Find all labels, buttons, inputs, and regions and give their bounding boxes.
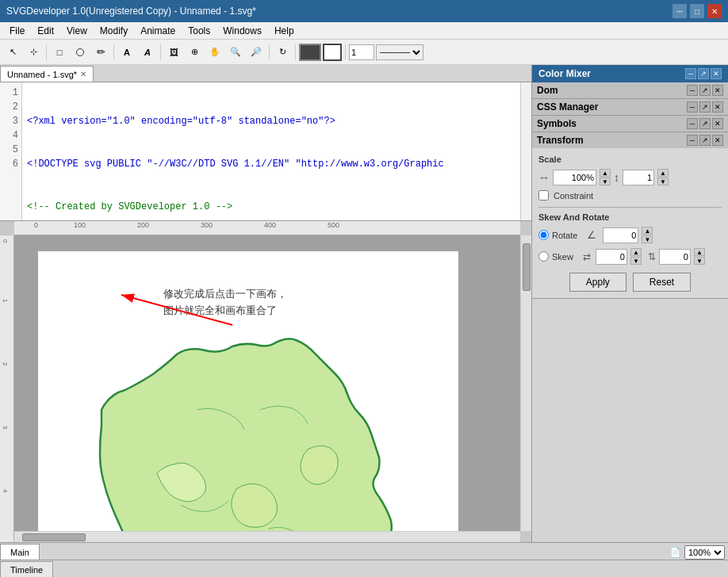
stroke-style-dropdown[interactable]: ───── - - - bbox=[376, 44, 423, 60]
transform-header[interactable]: Transform ─ ↗ ✕ bbox=[532, 132, 728, 148]
rotate-tool[interactable]: ↻ bbox=[273, 43, 292, 62]
color-mixer-close[interactable]: ✕ bbox=[711, 68, 722, 79]
canvas-area: 0 100 200 300 400 500 0 1 2 3 4 bbox=[0, 221, 531, 542]
scale-y-up[interactable]: ▲ bbox=[657, 169, 669, 177]
code-vscroll[interactable] bbox=[520, 82, 531, 220]
text-outline-tool[interactable]: A bbox=[138, 43, 157, 62]
ruler-tick-100: 100 bbox=[74, 221, 86, 229]
tab-close-icon[interactable]: ✕ bbox=[80, 70, 86, 78]
menu-tools[interactable]: Tools bbox=[182, 24, 216, 38]
skew-y-down[interactable]: ▼ bbox=[694, 257, 705, 265]
css-manager-header[interactable]: CSS Manager ─ ↗ ✕ bbox=[532, 99, 728, 115]
css-float[interactable]: ↗ bbox=[699, 101, 711, 113]
constraint-label: Constraint bbox=[554, 191, 593, 201]
menu-edit[interactable]: Edit bbox=[31, 24, 60, 38]
canvas-vscroll[interactable] bbox=[520, 235, 531, 531]
color-mixer-header: Color Mixer ─ ↗ ✕ bbox=[532, 65, 728, 82]
skew-y-up[interactable]: ▲ bbox=[694, 248, 705, 256]
skew-x-down[interactable]: ▼ bbox=[630, 257, 642, 265]
map-svg bbox=[38, 251, 458, 531]
symbols-minimize[interactable]: ─ bbox=[687, 118, 698, 129]
symbols-close[interactable]: ✕ bbox=[712, 118, 723, 129]
skew-x-up[interactable]: ▲ bbox=[630, 248, 642, 256]
node-select-tool[interactable]: ⊹ bbox=[24, 43, 43, 62]
scale-x-up[interactable]: ▲ bbox=[600, 169, 611, 177]
symbols-float[interactable]: ↗ bbox=[699, 118, 711, 129]
css-minimize[interactable]: ─ bbox=[687, 101, 698, 113]
transform-close[interactable]: ✕ bbox=[712, 135, 723, 146]
scale-x-input[interactable] bbox=[553, 170, 596, 185]
image-tool[interactable]: 🖼 bbox=[164, 43, 183, 62]
code-content[interactable]: <?xml version="1.0" encoding="utf-8" sta… bbox=[22, 82, 520, 220]
scale-x-down[interactable]: ▼ bbox=[600, 178, 611, 185]
timeline-tab-bar: Timeline bbox=[0, 560, 728, 577]
scale-y-spin: ▲ ▼ bbox=[657, 169, 669, 185]
pan-tool[interactable]: ✋ bbox=[205, 43, 224, 62]
color-mixer-minimize[interactable]: ─ bbox=[685, 68, 696, 79]
transform-minimize[interactable]: ─ bbox=[687, 135, 698, 146]
skew-y-spin: ▲ ▼ bbox=[694, 248, 705, 265]
skew-label: Skew bbox=[552, 252, 573, 262]
hscroll-thumb[interactable] bbox=[22, 533, 86, 541]
rotate-up[interactable]: ▲ bbox=[642, 227, 653, 235]
apply-button[interactable]: Apply bbox=[569, 273, 626, 292]
line-num-1: 1 bbox=[0, 86, 18, 100]
timeline-tab[interactable]: Timeline bbox=[0, 561, 53, 577]
menu-modify[interactable]: Modify bbox=[94, 24, 134, 38]
zoom-out-tool[interactable]: 🔎 bbox=[247, 43, 266, 62]
dom-minimize[interactable]: ─ bbox=[687, 85, 698, 96]
fill-color-btn[interactable] bbox=[299, 44, 321, 61]
rectangle-tool[interactable]: □ bbox=[50, 43, 69, 62]
file-tab[interactable]: Unnamed - 1.svg* ✕ bbox=[0, 66, 94, 82]
zoom-dropdown[interactable]: 100% 50% 200% bbox=[684, 545, 725, 560]
angle-icon: ∠ bbox=[587, 229, 596, 241]
ruler-tick-500: 500 bbox=[328, 221, 339, 229]
menu-help[interactable]: Help bbox=[268, 24, 301, 38]
rotate-radio[interactable] bbox=[538, 230, 549, 240]
transform-float[interactable]: ↗ bbox=[699, 135, 711, 146]
dom-close[interactable]: ✕ bbox=[712, 85, 723, 96]
scale-y-input[interactable] bbox=[623, 170, 654, 185]
zoom-in-tool[interactable]: 🔍 bbox=[226, 43, 245, 62]
menu-file[interactable]: File bbox=[3, 24, 31, 38]
dom-header[interactable]: Dom ─ ↗ ✕ bbox=[532, 82, 728, 98]
stroke-width-input[interactable] bbox=[349, 44, 374, 60]
rotate-down[interactable]: ▼ bbox=[642, 235, 653, 243]
window-title: SVGDeveloper 1.0(Unregistered Copy) - Un… bbox=[6, 6, 256, 17]
crosshair-tool[interactable]: ⊕ bbox=[185, 43, 204, 62]
stroke-color-btn[interactable] bbox=[323, 44, 342, 61]
rotate-row: Rotate ∠ ▲ ▼ bbox=[538, 227, 722, 243]
close-button[interactable]: ✕ bbox=[707, 4, 722, 18]
code-editor[interactable]: 1 2 3 4 5 6 <?xml version="1.0" encoding… bbox=[0, 82, 531, 221]
pencil-tool[interactable]: ✏ bbox=[91, 43, 110, 62]
canvas-hscroll[interactable] bbox=[14, 531, 520, 542]
dom-float[interactable]: ↗ bbox=[699, 85, 711, 96]
bottom-tabs: Main 📄 100% 50% 200% bbox=[0, 542, 728, 560]
ruler-tick-0: 0 bbox=[34, 221, 38, 229]
skew-radio[interactable] bbox=[538, 251, 549, 262]
skew-x-input[interactable] bbox=[596, 249, 627, 265]
ruler-tick-400: 400 bbox=[264, 221, 276, 229]
canvas-content[interactable]: 修改完成后点击一下画布， 图片就完全和画布重合了 bbox=[14, 235, 520, 531]
vscroll-thumb[interactable] bbox=[523, 243, 531, 291]
text-tool[interactable]: A bbox=[117, 43, 136, 62]
ellipse-tool[interactable] bbox=[71, 43, 90, 62]
menu-view[interactable]: View bbox=[60, 24, 94, 38]
reset-button[interactable]: Reset bbox=[633, 273, 691, 292]
constraint-checkbox[interactable] bbox=[538, 190, 549, 201]
color-mixer-float[interactable]: ↗ bbox=[698, 68, 709, 79]
skew-y-input[interactable] bbox=[659, 249, 691, 265]
rotate-input[interactable] bbox=[603, 227, 638, 243]
line-num-6: 6 bbox=[0, 157, 18, 171]
css-close[interactable]: ✕ bbox=[712, 101, 723, 113]
minimize-button[interactable]: ─ bbox=[672, 4, 687, 18]
main-tab[interactable]: Main bbox=[0, 544, 40, 560]
menu-animate[interactable]: Animate bbox=[134, 24, 182, 38]
scale-y-down[interactable]: ▼ bbox=[657, 178, 669, 185]
toolbar-sep-1 bbox=[46, 44, 47, 60]
maximize-button[interactable]: □ bbox=[690, 4, 704, 18]
symbols-header[interactable]: Symbols ─ ↗ ✕ bbox=[532, 116, 728, 132]
line-num-5: 5 bbox=[0, 143, 18, 157]
menu-windows[interactable]: Windows bbox=[216, 24, 268, 38]
arrow-select-tool[interactable]: ↖ bbox=[3, 43, 22, 62]
